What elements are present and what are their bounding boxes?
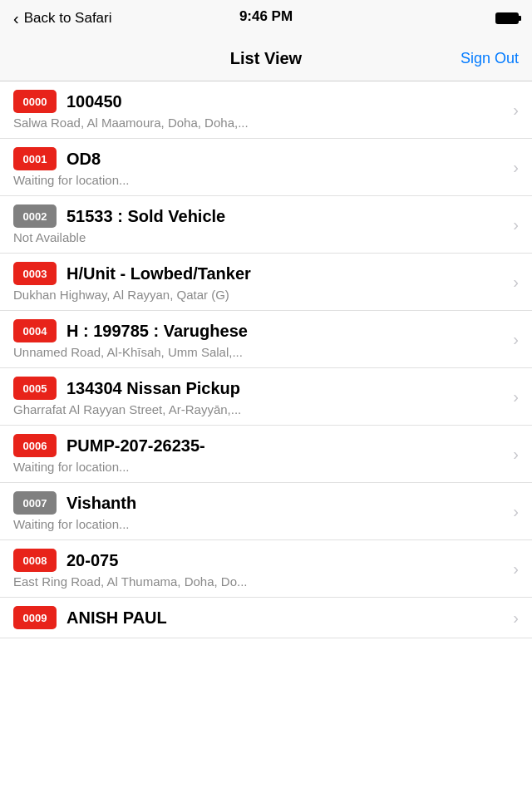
battery-icon bbox=[495, 12, 519, 24]
item-title: H : 199785 : Varughese bbox=[66, 322, 519, 341]
list-item[interactable]: 0009 ANISH PAUL › bbox=[0, 598, 532, 638]
status-bar: ‹ Back to Safari 9:46 PM bbox=[0, 0, 532, 37]
item-badge: 0004 bbox=[13, 319, 57, 342]
item-title: H/Unit - Lowbed/Tanker bbox=[66, 264, 519, 283]
item-badge: 0001 bbox=[13, 147, 57, 170]
list-item[interactable]: 0008 20-075 East Ring Road, Al Thumama, … bbox=[0, 540, 532, 598]
list-item[interactable]: 0001 OD8 Waiting for location... › bbox=[0, 139, 532, 196]
item-badge: 0006 bbox=[13, 434, 57, 457]
list-item-row: 0005 134304 Nissan Pickup bbox=[13, 377, 519, 400]
back-label: Back to Safari bbox=[24, 10, 112, 27]
list-item[interactable]: 0007 Vishanth Waiting for location... › bbox=[0, 483, 532, 540]
page-title: List View bbox=[230, 49, 302, 68]
list-item-row: 0001 OD8 bbox=[13, 147, 519, 170]
item-badge: 0000 bbox=[13, 90, 57, 113]
item-title: OD8 bbox=[66, 150, 519, 169]
chevron-right-icon: › bbox=[513, 559, 519, 579]
nav-bar: List View Sign Out bbox=[0, 37, 532, 81]
chevron-right-icon: › bbox=[513, 215, 519, 234]
item-badge: 0005 bbox=[13, 377, 57, 400]
chevron-right-icon: › bbox=[513, 387, 519, 406]
back-button[interactable]: ‹ Back to Safari bbox=[13, 9, 112, 28]
item-subtitle: Waiting for location... bbox=[13, 173, 519, 187]
item-subtitle: Waiting for location... bbox=[13, 517, 519, 531]
list-item-row: 0009 ANISH PAUL bbox=[13, 606, 519, 629]
item-title: ANISH PAUL bbox=[66, 608, 519, 628]
item-badge: 0003 bbox=[13, 262, 57, 285]
item-title: Vishanth bbox=[66, 494, 519, 513]
back-chevron-icon: ‹ bbox=[13, 9, 19, 28]
item-badge: 0007 bbox=[13, 491, 57, 515]
list-item-row: 0004 H : 199785 : Varughese bbox=[13, 319, 519, 342]
chevron-right-icon: › bbox=[513, 608, 519, 628]
list-item[interactable]: 0000 100450 Salwa Road, Al Maamoura, Doh… bbox=[0, 81, 532, 139]
list-item[interactable]: 0004 H : 199785 : Varughese Unnamed Road… bbox=[0, 311, 532, 368]
status-time: 9:46 PM bbox=[239, 8, 293, 25]
sign-out-button[interactable]: Sign Out bbox=[461, 50, 519, 67]
list-item-row: 0002 51533 : Sold Vehicle bbox=[13, 204, 519, 228]
item-subtitle: Salwa Road, Al Maamoura, Doha, Doha,... bbox=[13, 116, 519, 130]
item-title: 100450 bbox=[66, 92, 519, 111]
list-item-row: 0000 100450 bbox=[13, 90, 519, 113]
item-badge: 0009 bbox=[13, 606, 57, 629]
chevron-right-icon: › bbox=[513, 101, 519, 120]
list-item-row: 0006 PUMP-207-26235- bbox=[13, 434, 519, 457]
list-item[interactable]: 0002 51533 : Sold Vehicle Not Available … bbox=[0, 196, 532, 254]
item-subtitle: Dukhan Highway, Al Rayyan, Qatar (G) bbox=[13, 288, 519, 302]
item-title: PUMP-207-26235- bbox=[66, 436, 519, 456]
chevron-right-icon: › bbox=[513, 445, 519, 464]
chevron-right-icon: › bbox=[513, 273, 519, 292]
item-title: 134304 Nissan Pickup bbox=[66, 379, 519, 398]
item-subtitle: Waiting for location... bbox=[13, 460, 519, 474]
item-subtitle: Unnamed Road, Al-Khīsah, Umm Salal,... bbox=[13, 345, 519, 359]
item-title: 20-075 bbox=[66, 551, 519, 570]
chevron-right-icon: › bbox=[513, 158, 519, 177]
battery-area bbox=[495, 12, 519, 24]
item-subtitle: Gharrafat Al Rayyan Street, Ar-Rayyān,..… bbox=[13, 402, 519, 416]
item-badge: 0008 bbox=[13, 549, 57, 572]
item-subtitle: East Ring Road, Al Thumama, Doha, Do... bbox=[13, 574, 519, 589]
list-item-row: 0007 Vishanth bbox=[13, 491, 519, 515]
item-badge: 0002 bbox=[13, 204, 57, 228]
list-item-row: 0008 20-075 bbox=[13, 549, 519, 572]
item-subtitle: Not Available bbox=[13, 230, 519, 244]
chevron-right-icon: › bbox=[513, 502, 519, 521]
list-item[interactable]: 0003 H/Unit - Lowbed/Tanker Dukhan Highw… bbox=[0, 254, 532, 311]
list-item-row: 0003 H/Unit - Lowbed/Tanker bbox=[13, 262, 519, 285]
chevron-right-icon: › bbox=[513, 330, 519, 349]
vehicle-list: 0000 100450 Salwa Road, Al Maamoura, Doh… bbox=[0, 81, 532, 638]
list-item[interactable]: 0005 134304 Nissan Pickup Gharrafat Al R… bbox=[0, 368, 532, 426]
list-item[interactable]: 0006 PUMP-207-26235- Waiting for locatio… bbox=[0, 426, 532, 483]
item-title: 51533 : Sold Vehicle bbox=[66, 207, 519, 226]
